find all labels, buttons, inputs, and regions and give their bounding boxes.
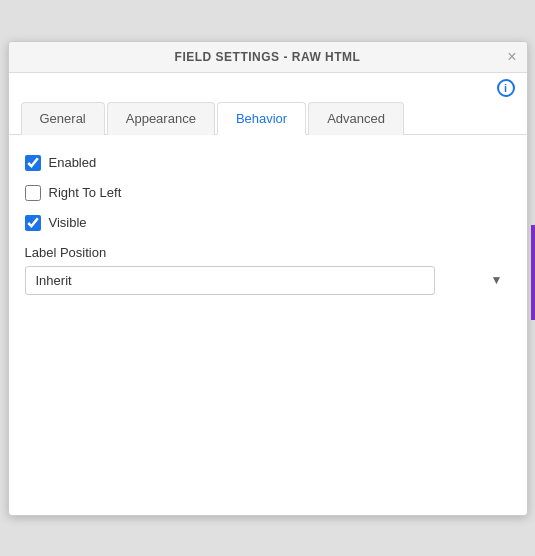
dialog: FIELD SETTINGS - RAW HTML × i General Ap… [8,41,528,516]
app-data-tab[interactable]: ‹ App Data [531,225,536,321]
select-chevron-icon: ▼ [491,273,503,287]
dialog-header: FIELD SETTINGS - RAW HTML × [9,42,527,73]
info-icon-area: i [9,73,527,101]
right-to-left-checkbox[interactable] [25,185,41,201]
visible-row: Visible [25,215,511,231]
visible-label[interactable]: Visible [49,215,87,230]
visible-checkbox[interactable] [25,215,41,231]
tab-appearance[interactable]: Appearance [107,102,215,135]
label-position-label: Label Position [25,245,511,260]
label-position-section: Label Position Inherit Top Left Right Bo… [25,245,511,295]
tabs-bar: General Appearance Behavior Advanced [9,101,527,135]
right-to-left-label[interactable]: Right To Left [49,185,122,200]
label-position-wrapper: Inherit Top Left Right Bottom Hidden ▼ [25,266,511,295]
close-button[interactable]: × [507,49,516,65]
enabled-label[interactable]: Enabled [49,155,97,170]
enabled-row: Enabled [25,155,511,171]
tab-advanced[interactable]: Advanced [308,102,404,135]
right-to-left-row: Right To Left [25,185,511,201]
tab-content: Enabled Right To Left Visible Label Posi… [9,135,527,515]
tab-behavior[interactable]: Behavior [217,102,306,135]
label-position-select[interactable]: Inherit Top Left Right Bottom Hidden [25,266,435,295]
dialog-title: FIELD SETTINGS - RAW HTML [175,50,361,64]
tab-general[interactable]: General [21,102,105,135]
enabled-checkbox[interactable] [25,155,41,171]
info-icon[interactable]: i [497,79,515,97]
